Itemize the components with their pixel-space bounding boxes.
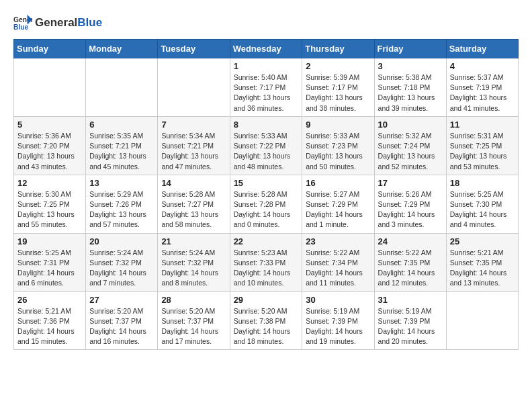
week-row-2: 5Sunrise: 5:36 AMSunset: 7:20 PMDaylight… — [14, 116, 519, 175]
day-number: 19 — [17, 236, 82, 246]
calendar-cell: 5Sunrise: 5:36 AMSunset: 7:20 PMDaylight… — [14, 116, 86, 175]
page-header: General Blue GeneralBlue — [13, 13, 519, 32]
calendar-cell — [158, 58, 230, 117]
calendar-cell: 1Sunrise: 5:40 AMSunset: 7:17 PMDaylight… — [230, 58, 302, 117]
calendar-cell: 10Sunrise: 5:32 AMSunset: 7:24 PMDayligh… — [374, 116, 446, 175]
weekday-header-thursday: Thursday — [302, 40, 374, 58]
calendar-cell: 21Sunrise: 5:24 AMSunset: 7:32 PMDayligh… — [158, 233, 230, 291]
week-row-4: 19Sunrise: 5:25 AMSunset: 7:31 PMDayligh… — [14, 233, 519, 291]
day-info: Sunrise: 5:24 AMSunset: 7:32 PMDaylight:… — [89, 248, 154, 289]
calendar-table: SundayMondayTuesdayWednesdayThursdayFrid… — [13, 39, 519, 350]
calendar-cell: 8Sunrise: 5:33 AMSunset: 7:22 PMDaylight… — [230, 116, 302, 175]
day-number: 22 — [234, 236, 299, 246]
weekday-header-wednesday: Wednesday — [230, 40, 302, 58]
day-info: Sunrise: 5:21 AMSunset: 7:35 PMDaylight:… — [450, 248, 515, 289]
day-number: 28 — [161, 295, 226, 305]
day-number: 3 — [378, 61, 443, 71]
calendar-cell: 17Sunrise: 5:26 AMSunset: 7:29 PMDayligh… — [374, 175, 446, 233]
day-info: Sunrise: 5:22 AMSunset: 7:34 PMDaylight:… — [306, 248, 370, 289]
svg-text:Blue: Blue — [13, 24, 29, 31]
calendar-cell: 15Sunrise: 5:28 AMSunset: 7:28 PMDayligh… — [230, 175, 302, 233]
calendar-cell: 20Sunrise: 5:24 AMSunset: 7:32 PMDayligh… — [86, 233, 158, 291]
day-info: Sunrise: 5:39 AMSunset: 7:17 PMDaylight:… — [306, 73, 370, 113]
day-number: 10 — [378, 120, 443, 130]
day-info: Sunrise: 5:31 AMSunset: 7:25 PMDaylight:… — [450, 131, 515, 172]
day-number: 7 — [161, 120, 226, 130]
day-info: Sunrise: 5:27 AMSunset: 7:29 PMDaylight:… — [306, 189, 370, 230]
calendar-cell: 14Sunrise: 5:28 AMSunset: 7:27 PMDayligh… — [158, 175, 230, 233]
day-number: 21 — [161, 236, 226, 246]
day-info: Sunrise: 5:25 AMSunset: 7:30 PMDaylight:… — [450, 189, 515, 230]
calendar-cell: 11Sunrise: 5:31 AMSunset: 7:25 PMDayligh… — [446, 116, 518, 175]
weekday-header-row: SundayMondayTuesdayWednesdayThursdayFrid… — [14, 40, 519, 58]
day-info: Sunrise: 5:28 AMSunset: 7:28 PMDaylight:… — [234, 189, 299, 230]
day-number: 18 — [450, 178, 515, 188]
calendar-cell: 6Sunrise: 5:35 AMSunset: 7:21 PMDaylight… — [86, 116, 158, 175]
calendar-cell: 25Sunrise: 5:21 AMSunset: 7:35 PMDayligh… — [446, 233, 518, 291]
day-number: 26 — [17, 295, 82, 305]
day-number: 15 — [234, 178, 299, 188]
day-info: Sunrise: 5:34 AMSunset: 7:21 PMDaylight:… — [161, 131, 226, 172]
day-number: 25 — [450, 236, 515, 246]
calendar-cell: 12Sunrise: 5:30 AMSunset: 7:25 PMDayligh… — [14, 175, 86, 233]
day-info: Sunrise: 5:35 AMSunset: 7:21 PMDaylight:… — [89, 131, 154, 172]
logo: General Blue GeneralBlue — [13, 13, 102, 32]
day-number: 1 — [234, 61, 299, 71]
day-info: Sunrise: 5:19 AMSunset: 7:39 PMDaylight:… — [378, 306, 443, 347]
day-info: Sunrise: 5:28 AMSunset: 7:27 PMDaylight:… — [161, 189, 226, 230]
weekday-header-tuesday: Tuesday — [158, 40, 230, 58]
day-number: 16 — [306, 178, 370, 188]
week-row-1: 1Sunrise: 5:40 AMSunset: 7:17 PMDaylight… — [14, 58, 519, 117]
calendar-cell: 18Sunrise: 5:25 AMSunset: 7:30 PMDayligh… — [446, 175, 518, 233]
day-number: 29 — [234, 295, 299, 305]
day-number: 8 — [234, 120, 299, 130]
day-info: Sunrise: 5:20 AMSunset: 7:37 PMDaylight:… — [89, 306, 154, 347]
day-number: 30 — [306, 295, 370, 305]
logo-blue: Blue — [77, 16, 102, 29]
calendar-cell: 29Sunrise: 5:20 AMSunset: 7:38 PMDayligh… — [230, 291, 302, 350]
day-number: 6 — [89, 120, 154, 130]
calendar-cell: 2Sunrise: 5:39 AMSunset: 7:17 PMDaylight… — [302, 58, 374, 117]
day-number: 24 — [378, 236, 443, 246]
logo-icon: General Blue — [13, 13, 32, 32]
calendar-cell: 28Sunrise: 5:20 AMSunset: 7:37 PMDayligh… — [158, 291, 230, 350]
calendar-cell: 16Sunrise: 5:27 AMSunset: 7:29 PMDayligh… — [302, 175, 374, 233]
day-info: Sunrise: 5:20 AMSunset: 7:38 PMDaylight:… — [234, 306, 299, 347]
calendar-cell: 24Sunrise: 5:22 AMSunset: 7:35 PMDayligh… — [374, 233, 446, 291]
weekday-header-sunday: Sunday — [14, 40, 86, 58]
calendar-cell: 23Sunrise: 5:22 AMSunset: 7:34 PMDayligh… — [302, 233, 374, 291]
calendar-cell: 26Sunrise: 5:21 AMSunset: 7:36 PMDayligh… — [14, 291, 86, 350]
calendar-cell: 9Sunrise: 5:33 AMSunset: 7:23 PMDaylight… — [302, 116, 374, 175]
calendar-cell: 30Sunrise: 5:19 AMSunset: 7:39 PMDayligh… — [302, 291, 374, 350]
calendar-cell: 7Sunrise: 5:34 AMSunset: 7:21 PMDaylight… — [158, 116, 230, 175]
calendar-cell — [446, 291, 518, 350]
day-info: Sunrise: 5:40 AMSunset: 7:17 PMDaylight:… — [234, 73, 299, 113]
day-info: Sunrise: 5:33 AMSunset: 7:23 PMDaylight:… — [306, 131, 370, 172]
calendar-cell: 27Sunrise: 5:20 AMSunset: 7:37 PMDayligh… — [86, 291, 158, 350]
calendar-cell: 13Sunrise: 5:29 AMSunset: 7:26 PMDayligh… — [86, 175, 158, 233]
day-info: Sunrise: 5:23 AMSunset: 7:33 PMDaylight:… — [234, 248, 299, 289]
day-number: 2 — [306, 61, 370, 71]
day-info: Sunrise: 5:29 AMSunset: 7:26 PMDaylight:… — [89, 189, 154, 230]
week-row-3: 12Sunrise: 5:30 AMSunset: 7:25 PMDayligh… — [14, 175, 519, 233]
day-info: Sunrise: 5:37 AMSunset: 7:19 PMDaylight:… — [450, 73, 515, 113]
day-number: 14 — [161, 178, 226, 188]
weekday-header-monday: Monday — [86, 40, 158, 58]
calendar-cell: 19Sunrise: 5:25 AMSunset: 7:31 PMDayligh… — [14, 233, 86, 291]
calendar-cell: 22Sunrise: 5:23 AMSunset: 7:33 PMDayligh… — [230, 233, 302, 291]
day-info: Sunrise: 5:36 AMSunset: 7:20 PMDaylight:… — [17, 131, 82, 172]
day-info: Sunrise: 5:22 AMSunset: 7:35 PMDaylight:… — [378, 248, 443, 289]
day-number: 12 — [17, 178, 82, 188]
calendar-cell — [86, 58, 158, 117]
day-number: 11 — [450, 120, 515, 130]
logo-general: General — [35, 16, 77, 29]
day-info: Sunrise: 5:25 AMSunset: 7:31 PMDaylight:… — [17, 248, 82, 289]
day-info: Sunrise: 5:33 AMSunset: 7:22 PMDaylight:… — [234, 131, 299, 172]
day-info: Sunrise: 5:32 AMSunset: 7:24 PMDaylight:… — [378, 131, 443, 172]
day-number: 4 — [450, 61, 515, 71]
weekday-header-saturday: Saturday — [446, 40, 518, 58]
day-number: 17 — [378, 178, 443, 188]
day-number: 31 — [378, 295, 443, 305]
calendar-cell: 4Sunrise: 5:37 AMSunset: 7:19 PMDaylight… — [446, 58, 518, 117]
calendar-cell: 3Sunrise: 5:38 AMSunset: 7:18 PMDaylight… — [374, 58, 446, 117]
